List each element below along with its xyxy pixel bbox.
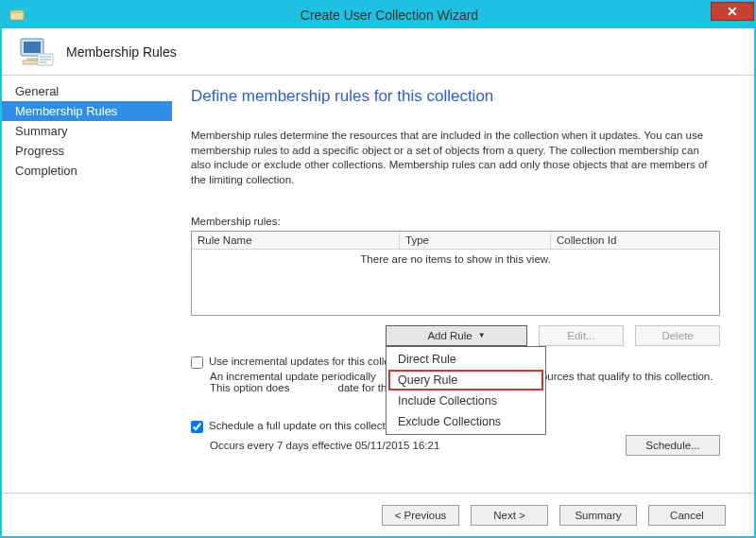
sidebar-step-progress[interactable]: Progress (2, 141, 172, 161)
svg-rect-1 (11, 11, 23, 13)
add-rule-label: Add Rule (427, 330, 472, 341)
cancel-button[interactable]: Cancel (648, 505, 726, 526)
page-title: Membership Rules (66, 44, 177, 60)
schedule-details-row: Occurs every 7 days effective 05/11/2015… (210, 435, 720, 456)
window-title: Create User Collection Wizard (25, 8, 754, 23)
delete-rule-button: Delete (635, 325, 720, 346)
close-button[interactable]: ✕ (711, 2, 754, 21)
step-sidebar: General Membership Rules Summary Progres… (2, 76, 172, 493)
schedule-button[interactable]: Schedule... (626, 435, 720, 456)
list-empty-text: There are no items to show in this view. (192, 250, 719, 315)
incremental-updates-checkbox[interactable] (191, 356, 203, 369)
edit-rule-button: Edit... (539, 325, 624, 346)
section-heading: Define membership rules for this collect… (191, 87, 720, 106)
membership-rules-list[interactable]: Rule Name Type Collection Id There are n… (191, 231, 720, 316)
dropdown-icon: ▼ (478, 332, 486, 339)
schedule-occurs-text: Occurs every 7 days effective 05/11/2015… (210, 440, 439, 451)
previous-button[interactable]: < Previous (382, 505, 459, 526)
svg-rect-3 (24, 42, 41, 53)
sidebar-step-summary[interactable]: Summary (2, 121, 172, 141)
wizard-footer: < Previous Next > Summary Cancel (2, 493, 754, 536)
sidebar-step-completion[interactable]: Completion (2, 161, 172, 181)
computer-icon (17, 33, 55, 71)
menu-item-exclude-collections[interactable]: Exclude Collections (388, 411, 543, 432)
sidebar-step-general[interactable]: General (2, 81, 172, 101)
incremental-updates-label: Use incremental updates for this collect… (209, 356, 413, 367)
incremental-updates-label-text: Use incremental updates for this collect… (209, 356, 413, 367)
body-row: General Membership Rules Summary Progres… (2, 76, 754, 493)
wizard-sysicon (9, 8, 25, 23)
summary-button[interactable]: Summary (559, 505, 637, 526)
incremental-desc-a: An incremental update periodically (210, 371, 376, 382)
schedule-full-update-label: Schedule a full update on this collectio… (209, 420, 400, 431)
list-columns: Rule Name Type Collection Id (192, 232, 719, 250)
column-rule-name[interactable]: Rule Name (192, 232, 400, 249)
add-rule-menu: Direct Rule Query Rule Include Collectio… (386, 346, 546, 435)
content-pane: Define membership rules for this collect… (172, 76, 754, 493)
close-icon: ✕ (727, 4, 738, 19)
wizard-window: Create User Collection Wizard ✕ Membersh… (0, 0, 756, 538)
menu-item-direct-rule[interactable]: Direct Rule (388, 349, 543, 370)
menu-item-include-collections[interactable]: Include Collections (388, 390, 543, 411)
membership-rules-label: Membership rules: (191, 216, 720, 227)
next-button[interactable]: Next > (471, 505, 548, 526)
sidebar-step-membership-rules[interactable]: Membership Rules (2, 101, 172, 121)
add-rule-button[interactable]: Add Rule ▼ (386, 325, 527, 346)
column-type[interactable]: Type (400, 232, 551, 249)
title-bar[interactable]: Create User Collection Wizard ✕ (2, 2, 754, 28)
header-band: Membership Rules (2, 28, 754, 76)
schedule-full-update-checkbox[interactable] (191, 421, 203, 433)
rule-actions: Add Rule ▼ Direct Rule Query Rule Includ… (191, 325, 720, 346)
section-description: Membership rules determine the resources… (191, 129, 720, 187)
menu-item-query-rule[interactable]: Query Rule (388, 370, 543, 390)
column-collection-id[interactable]: Collection Id (551, 232, 719, 249)
